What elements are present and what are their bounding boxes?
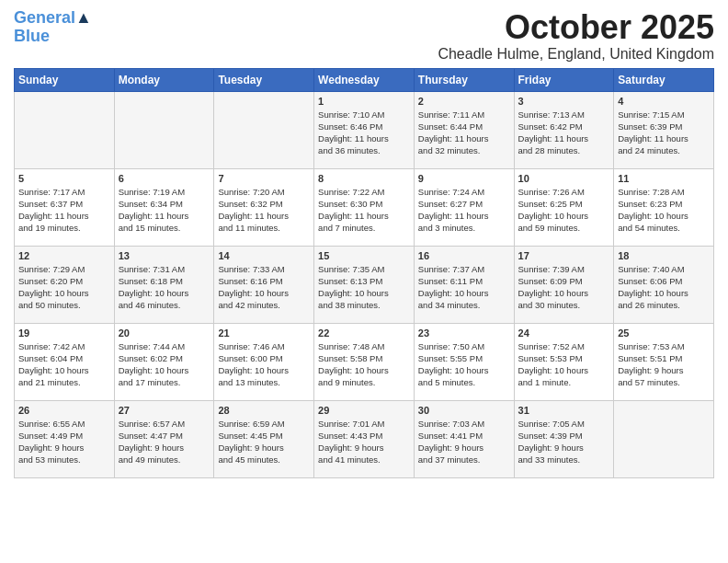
day-info: Sunrise: 7:48 AM Sunset: 5:58 PM Dayligh…	[318, 340, 410, 389]
day-info: Sunrise: 7:50 AM Sunset: 5:55 PM Dayligh…	[418, 340, 510, 389]
calendar-cell: 23Sunrise: 7:50 AM Sunset: 5:55 PM Dayli…	[414, 323, 514, 400]
day-number: 23	[418, 327, 510, 339]
calendar-cell: 3Sunrise: 7:13 AM Sunset: 6:42 PM Daylig…	[514, 91, 614, 168]
day-number: 15	[318, 250, 410, 261]
calendar-cell	[15, 91, 115, 168]
day-number: 20	[119, 327, 210, 339]
logo: General▲Blue	[14, 9, 92, 46]
day-info: Sunrise: 7:26 AM Sunset: 6:25 PM Dayligh…	[518, 186, 610, 235]
day-number: 12	[18, 250, 110, 261]
day-info: Sunrise: 7:35 AM Sunset: 6:13 PM Dayligh…	[318, 263, 410, 312]
subtitle: Cheadle Hulme, England, United Kingdom	[438, 46, 714, 63]
day-info: Sunrise: 7:19 AM Sunset: 6:34 PM Dayligh…	[119, 186, 210, 235]
day-info: Sunrise: 7:13 AM Sunset: 6:42 PM Dayligh…	[518, 109, 610, 157]
calendar-cell: 10Sunrise: 7:26 AM Sunset: 6:25 PM Dayli…	[514, 168, 614, 246]
day-number: 4	[618, 96, 710, 107]
header-cell-monday: Monday	[114, 68, 214, 91]
day-info: Sunrise: 7:37 AM Sunset: 6:11 PM Dayligh…	[418, 263, 510, 312]
day-info: Sunrise: 7:29 AM Sunset: 6:20 PM Dayligh…	[18, 263, 110, 312]
calendar-cell: 15Sunrise: 7:35 AM Sunset: 6:13 PM Dayli…	[314, 246, 415, 323]
day-number: 29	[318, 405, 410, 416]
day-number: 7	[218, 173, 310, 184]
day-info: Sunrise: 7:53 AM Sunset: 5:51 PM Dayligh…	[618, 340, 710, 389]
day-number: 8	[318, 173, 410, 184]
calendar-cell: 22Sunrise: 7:48 AM Sunset: 5:58 PM Dayli…	[314, 323, 415, 400]
day-info: Sunrise: 7:39 AM Sunset: 6:09 PM Dayligh…	[518, 263, 610, 312]
day-info: Sunrise: 6:55 AM Sunset: 4:49 PM Dayligh…	[18, 418, 110, 466]
calendar-cell: 20Sunrise: 7:44 AM Sunset: 6:02 PM Dayli…	[114, 323, 214, 400]
header-cell-saturday: Saturday	[614, 68, 714, 91]
calendar-cell: 17Sunrise: 7:39 AM Sunset: 6:09 PM Dayli…	[514, 246, 614, 323]
day-number: 14	[218, 250, 310, 261]
header-cell-sunday: Sunday	[15, 68, 115, 91]
calendar-cell: 7Sunrise: 7:20 AM Sunset: 6:32 PM Daylig…	[214, 168, 314, 246]
day-number: 26	[18, 405, 110, 416]
week-row-5: 26Sunrise: 6:55 AM Sunset: 4:49 PM Dayli…	[15, 400, 714, 477]
day-number: 6	[119, 173, 210, 184]
calendar-table: SundayMondayTuesdayWednesdayThursdayFrid…	[14, 68, 714, 478]
calendar-cell: 30Sunrise: 7:03 AM Sunset: 4:41 PM Dayli…	[414, 400, 514, 477]
calendar-cell: 31Sunrise: 7:05 AM Sunset: 4:39 PM Dayli…	[514, 400, 614, 477]
day-number: 5	[18, 173, 110, 184]
calendar-cell: 18Sunrise: 7:40 AM Sunset: 6:06 PM Dayli…	[614, 246, 714, 323]
day-number: 9	[418, 173, 510, 184]
day-number: 16	[418, 250, 510, 261]
day-info: Sunrise: 7:46 AM Sunset: 6:00 PM Dayligh…	[218, 340, 310, 389]
header-cell-wednesday: Wednesday	[314, 68, 415, 91]
title-area: October 2025 Cheadle Hulme, England, Uni…	[438, 9, 714, 63]
calendar-cell: 12Sunrise: 7:29 AM Sunset: 6:20 PM Dayli…	[15, 246, 115, 323]
day-number: 1	[318, 96, 410, 107]
calendar-cell	[114, 91, 214, 168]
calendar-cell: 19Sunrise: 7:42 AM Sunset: 6:04 PM Dayli…	[15, 323, 115, 400]
day-number: 3	[518, 96, 610, 107]
day-info: Sunrise: 7:10 AM Sunset: 6:46 PM Dayligh…	[318, 109, 410, 157]
day-info: Sunrise: 6:59 AM Sunset: 4:45 PM Dayligh…	[218, 418, 310, 466]
calendar-cell: 26Sunrise: 6:55 AM Sunset: 4:49 PM Dayli…	[15, 400, 115, 477]
week-row-1: 1Sunrise: 7:10 AM Sunset: 6:46 PM Daylig…	[15, 91, 714, 168]
calendar-cell	[214, 91, 314, 168]
calendar-cell: 5Sunrise: 7:17 AM Sunset: 6:37 PM Daylig…	[15, 168, 115, 246]
calendar-cell: 28Sunrise: 6:59 AM Sunset: 4:45 PM Dayli…	[214, 400, 314, 477]
calendar-cell: 21Sunrise: 7:46 AM Sunset: 6:00 PM Dayli…	[214, 323, 314, 400]
day-number: 31	[518, 405, 610, 416]
day-number: 24	[518, 327, 610, 339]
day-info: Sunrise: 7:03 AM Sunset: 4:41 PM Dayligh…	[418, 418, 510, 466]
day-info: Sunrise: 6:57 AM Sunset: 4:47 PM Dayligh…	[119, 418, 210, 466]
day-number: 21	[218, 327, 310, 339]
week-row-3: 12Sunrise: 7:29 AM Sunset: 6:20 PM Dayli…	[15, 246, 714, 323]
day-info: Sunrise: 7:01 AM Sunset: 4:43 PM Dayligh…	[318, 418, 410, 466]
day-info: Sunrise: 7:28 AM Sunset: 6:23 PM Dayligh…	[618, 186, 710, 235]
day-info: Sunrise: 7:44 AM Sunset: 6:02 PM Dayligh…	[119, 340, 210, 389]
day-number: 19	[18, 327, 110, 339]
main-title: October 2025	[438, 9, 714, 46]
calendar-cell: 27Sunrise: 6:57 AM Sunset: 4:47 PM Dayli…	[114, 400, 214, 477]
day-info: Sunrise: 7:11 AM Sunset: 6:44 PM Dayligh…	[418, 109, 510, 157]
day-number: 27	[119, 405, 210, 416]
day-number: 22	[318, 327, 410, 339]
day-info: Sunrise: 7:20 AM Sunset: 6:32 PM Dayligh…	[218, 186, 310, 235]
header-cell-friday: Friday	[514, 68, 614, 91]
calendar-cell: 9Sunrise: 7:24 AM Sunset: 6:27 PM Daylig…	[414, 168, 514, 246]
header-row: SundayMondayTuesdayWednesdayThursdayFrid…	[15, 68, 714, 91]
day-number: 10	[518, 173, 610, 184]
calendar-cell: 2Sunrise: 7:11 AM Sunset: 6:44 PM Daylig…	[414, 91, 514, 168]
day-info: Sunrise: 7:24 AM Sunset: 6:27 PM Dayligh…	[418, 186, 510, 235]
calendar-cell: 4Sunrise: 7:15 AM Sunset: 6:39 PM Daylig…	[614, 91, 714, 168]
day-info: Sunrise: 7:33 AM Sunset: 6:16 PM Dayligh…	[218, 263, 310, 312]
day-info: Sunrise: 7:31 AM Sunset: 6:18 PM Dayligh…	[119, 263, 210, 312]
calendar-cell	[614, 400, 714, 477]
logo-blue: Blue	[14, 27, 50, 45]
day-number: 13	[119, 250, 210, 261]
day-info: Sunrise: 7:40 AM Sunset: 6:06 PM Dayligh…	[618, 263, 710, 312]
week-row-4: 19Sunrise: 7:42 AM Sunset: 6:04 PM Dayli…	[15, 323, 714, 400]
logo-general: General	[14, 8, 75, 27]
day-number: 30	[418, 405, 510, 416]
day-number: 18	[618, 250, 710, 261]
logo-text: General▲Blue	[14, 9, 92, 46]
calendar-cell: 24Sunrise: 7:52 AM Sunset: 5:53 PM Dayli…	[514, 323, 614, 400]
header-cell-tuesday: Tuesday	[214, 68, 314, 91]
day-info: Sunrise: 7:22 AM Sunset: 6:30 PM Dayligh…	[318, 186, 410, 235]
calendar-cell: 13Sunrise: 7:31 AM Sunset: 6:18 PM Dayli…	[114, 246, 214, 323]
day-info: Sunrise: 7:05 AM Sunset: 4:39 PM Dayligh…	[518, 418, 610, 466]
day-number: 11	[618, 173, 710, 184]
